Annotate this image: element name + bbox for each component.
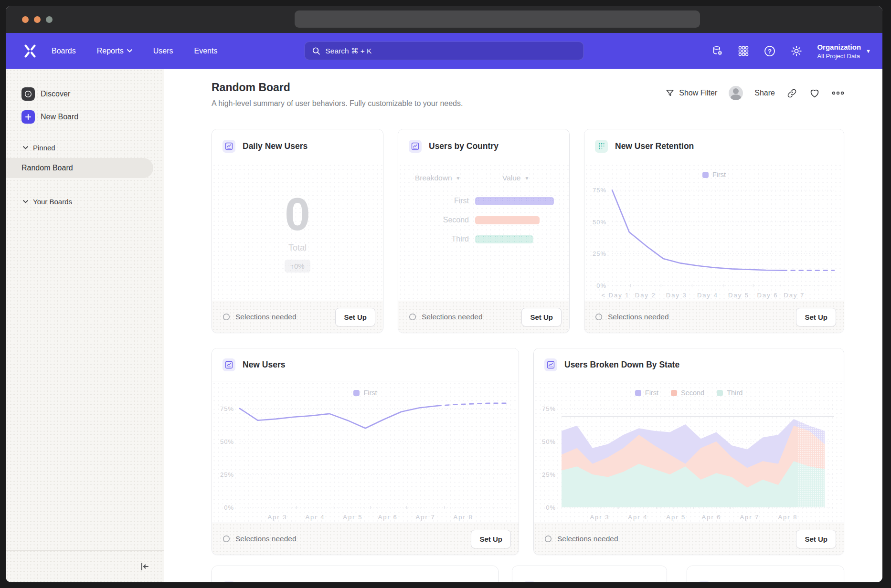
svg-text:Day 3: Day 3: [666, 292, 687, 299]
card-users-by-country: Users by Country Breakdown▼ Value▼: [398, 129, 570, 333]
help-icon[interactable]: ?: [764, 45, 776, 57]
board-canvas: Random Board A high-level summary of use…: [164, 69, 882, 582]
bar-row: Second: [398, 216, 540, 224]
collapse-sidebar-button[interactable]: [139, 561, 150, 572]
bar-label: Second: [398, 216, 469, 224]
card-footer: Selections needed Set Up: [212, 301, 383, 333]
avatar[interactable]: [729, 86, 743, 100]
show-filter-button[interactable]: Show Filter: [665, 88, 717, 98]
status-text: Selections needed: [595, 313, 669, 321]
settings-gear-icon[interactable]: [790, 45, 803, 57]
status-text: Selections needed: [544, 535, 618, 543]
nav-item-label: Reports: [97, 47, 124, 55]
chart-legend: First: [584, 170, 844, 179]
retention-line-chart: 75%50%25%0%< Day 1Day 2Day 3Day 4Day 5Da…: [584, 179, 844, 301]
org-name: Organization: [817, 42, 861, 52]
share-label: Share: [754, 89, 775, 97]
sidebar-item-random-board[interactable]: Random Board: [6, 158, 153, 178]
set-up-button[interactable]: Set Up: [471, 530, 511, 548]
chevron-down-icon: [23, 200, 28, 203]
search-placeholder: Search ⌘ + K: [326, 47, 372, 55]
svg-text:Apr 5: Apr 5: [666, 514, 686, 521]
nav-item-users[interactable]: Users: [153, 47, 173, 55]
compass-icon: [21, 87, 35, 101]
card-users-by-state: Users Broken Down By State First Second …: [533, 348, 844, 555]
address-bar[interactable]: [295, 10, 700, 28]
legend-swatch: [702, 172, 709, 178]
card-new-users: New Users First 75%50%25%0%Apr 3Apr 4Apr…: [212, 348, 519, 555]
set-up-button[interactable]: Set Up: [796, 308, 836, 326]
card-footer: Selections needed Set Up: [398, 301, 569, 333]
legend-label: Third: [727, 389, 742, 397]
traffic-lights: [22, 16, 53, 23]
nav-item-label: Boards: [52, 47, 76, 55]
filter-icon: [665, 88, 675, 98]
bar-label: First: [398, 197, 469, 205]
svg-text:50%: 50%: [542, 438, 556, 445]
card-daily-new-users: Daily New Users 0 Total ↑0% Selections n…: [212, 129, 383, 333]
value-dropdown[interactable]: Value▼: [502, 174, 529, 182]
card-header: Active Users: [687, 566, 844, 582]
svg-text:Apr 8: Apr 8: [454, 514, 473, 521]
status-circle-icon: [544, 535, 552, 543]
nav-item-reports[interactable]: Reports: [97, 47, 132, 55]
sidebar-section-label: Your Boards: [33, 198, 72, 206]
card-footer: Selections needed Set Up: [584, 301, 844, 333]
status-text: Selections needed: [223, 313, 297, 321]
svg-text:0%: 0%: [224, 504, 234, 511]
breakdown-dropdown[interactable]: Breakdown▼: [415, 174, 460, 182]
svg-text:Day 5: Day 5: [728, 292, 749, 299]
close-window-button[interactable]: [22, 16, 29, 23]
legend-label: First: [363, 389, 377, 397]
nav-item-label: Events: [194, 47, 218, 55]
card-body: Breakdown▼ Value▼ First Second: [398, 163, 569, 301]
svg-text:Apr 8: Apr 8: [778, 514, 797, 521]
screen: Boards Reports Users Events Search ⌘ + K: [0, 0, 891, 588]
org-switcher[interactable]: Organization All Project Data ▼: [817, 42, 871, 60]
sidebar-item-label: Random Board: [21, 164, 73, 172]
status-text: Selections needed: [409, 313, 483, 321]
line-chart-icon: [698, 581, 711, 583]
minimize-window-button[interactable]: [34, 16, 41, 23]
svg-text:50%: 50%: [593, 219, 606, 226]
nav-item-boards[interactable]: Boards: [52, 47, 76, 55]
share-button[interactable]: Share: [754, 89, 775, 97]
sidebar-item-label: Discover: [41, 90, 70, 98]
search-input[interactable]: Search ⌘ + K: [305, 42, 584, 60]
chevron-down-icon: [23, 146, 28, 149]
new-users-line-chart: 75%50%25%0%Apr 3Apr 4Apr 5Apr 6Apr 7Apr …: [212, 397, 519, 523]
card-new-user-retention: New User Retention First 75%50%25%0%< Da…: [584, 129, 844, 333]
legend-swatch: [353, 390, 360, 396]
set-up-button[interactable]: Set Up: [521, 308, 562, 326]
apps-grid-icon[interactable]: [738, 45, 749, 57]
line-chart-icon: [223, 358, 235, 371]
nav-item-events[interactable]: Events: [194, 47, 218, 55]
chevron-down-icon: ▼: [525, 176, 530, 181]
stacked-area-chart: 75%50%25%0%Apr 3Apr 4Apr 5Apr 6Apr 7Apr …: [534, 397, 844, 523]
svg-text:Apr 7: Apr 7: [416, 514, 435, 521]
svg-text:25%: 25%: [593, 250, 606, 257]
card-header: Stacked Line Graph: [212, 566, 498, 582]
zoom-window-button[interactable]: [46, 16, 53, 23]
legend-label: First: [645, 389, 658, 397]
sidebar-section-your-boards[interactable]: Your Boards: [23, 198, 72, 206]
sidebar-section-pinned[interactable]: Pinned: [23, 144, 55, 152]
card-header: New Users: [212, 348, 519, 381]
data-management-icon[interactable]: [711, 45, 723, 57]
legend-label: Second: [681, 389, 704, 397]
more-options-icon[interactable]: [832, 89, 844, 97]
svg-text:50%: 50%: [220, 438, 234, 445]
sidebar-item-new-board[interactable]: New Board: [21, 110, 78, 124]
mixpanel-logo-icon[interactable]: [22, 43, 38, 59]
legend-swatch: [671, 390, 677, 396]
search-icon: [312, 46, 321, 55]
card-title: Daily New Users: [243, 141, 308, 151]
sidebar-item-discover[interactable]: Discover: [21, 87, 70, 101]
bar-row: First: [398, 197, 554, 205]
set-up-button[interactable]: Set Up: [335, 308, 375, 326]
favorite-heart-icon[interactable]: [809, 87, 820, 99]
set-up-button[interactable]: Set Up: [796, 530, 836, 548]
copy-link-icon[interactable]: [786, 88, 797, 99]
sidebar: Discover New Board Pinned Random Board: [6, 69, 164, 582]
chevron-down-icon: ▼: [866, 48, 871, 54]
